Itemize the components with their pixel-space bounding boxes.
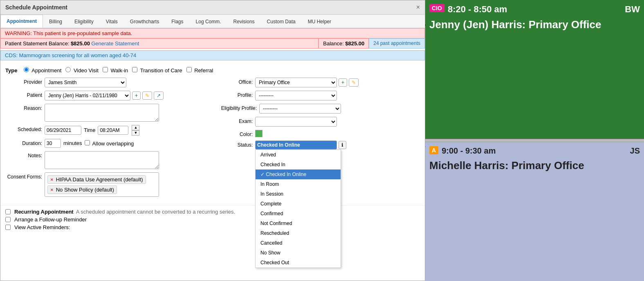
video-visit-radio-label[interactable]: Video Visit: [65, 67, 99, 74]
tab-appointment[interactable]: Appointment: [0, 15, 43, 28]
tab-eligibility[interactable]: Eligibility: [68, 15, 100, 28]
patient-warning-bar: WARNING: This patient is pre-populated s…: [0, 28, 425, 38]
time-label: Time: [84, 127, 95, 133]
walk-in-checkbox[interactable]: [103, 67, 108, 72]
right-col: Office: Primary Office + ✎ Profile:: [216, 78, 420, 200]
exam-select[interactable]: [255, 117, 337, 127]
link-patient-button[interactable]: ↗: [154, 91, 164, 100]
status-option-checkedin[interactable]: Checked In: [256, 160, 341, 169]
video-visit-radio[interactable]: [65, 67, 71, 72]
status-option-confirmed[interactable]: Confirmed: [256, 209, 341, 219]
color-label: Color:: [216, 130, 253, 137]
walk-in-checkbox-label[interactable]: Walk-in: [103, 67, 128, 74]
status-option-inroom[interactable]: In Room: [256, 179, 341, 189]
tab-billing[interactable]: Billing: [43, 15, 68, 28]
tab-flags[interactable]: Flags: [165, 15, 189, 28]
eligibility-select[interactable]: ---------: [259, 104, 341, 114]
referral-checkbox-label[interactable]: Referral: [186, 67, 213, 74]
status-option-checkedin-online[interactable]: Checked In Online: [256, 169, 341, 179]
office-label: Office:: [216, 78, 253, 85]
tab-growthcharts[interactable]: Growthcharts: [124, 15, 165, 28]
status-option-insession[interactable]: In Session: [256, 189, 341, 199]
status-option-rescheduled[interactable]: Rescheduled: [256, 228, 341, 238]
status-option-checkedout[interactable]: Checked Out: [256, 258, 341, 268]
close-button[interactable]: ×: [416, 4, 420, 11]
tab-vitals[interactable]: Vitals: [100, 15, 124, 28]
appointment-card-2[interactable]: A 9:00 - 9:30 am JS Michelle Harris: Pri…: [425, 142, 644, 281]
card-separator: [425, 139, 644, 142]
provider-select[interactable]: James Smith: [45, 78, 126, 87]
recurring-row: Recurring Appointment A scheduled appoin…: [5, 209, 420, 215]
consent-item-noshowpolicy[interactable]: × No Show Policy (default): [47, 185, 117, 194]
appt2-header: A 9:00 - 9:30 am JS: [429, 146, 640, 156]
status-option-arrived[interactable]: Arrived: [256, 150, 341, 160]
appointment-card-1[interactable]: CIO 8:20 - 8:50 am BW Jenny (Jen) Harris…: [425, 0, 644, 139]
appt1-provider: BW: [625, 4, 640, 15]
modal-title: Schedule Appointment: [5, 4, 67, 11]
edit-patient-button[interactable]: ✎: [142, 91, 152, 100]
patient-control: Jenny (Jen) Harris - 02/11/1980 + ✎ ↗: [45, 91, 209, 100]
tab-muhelper[interactable]: MU Helper: [302, 15, 337, 28]
status-option-noshow[interactable]: No Show: [256, 248, 341, 258]
scheduled-label: Scheduled:: [5, 125, 42, 132]
appt2-name: Michelle Harris: Primary Office: [429, 159, 640, 173]
tab-logcomm[interactable]: Log Comm.: [190, 15, 227, 28]
status-option-cancelled[interactable]: Cancelled: [256, 238, 341, 248]
duration-label: Duration:: [5, 139, 42, 146]
reminders-checkbox[interactable]: [5, 225, 11, 230]
followup-checkbox[interactable]: [5, 217, 11, 222]
consent-remove-noshowpolicy[interactable]: ×: [50, 187, 54, 193]
office-select[interactable]: Primary Office: [255, 78, 337, 87]
status-label: Status:: [216, 140, 253, 148]
eligibility-row: Eligibility Profile: ---------: [216, 104, 420, 114]
transition-checkbox-label[interactable]: Transition of Care: [132, 67, 182, 74]
add-office-button[interactable]: +: [339, 78, 347, 87]
consent-remove-hipaa[interactable]: ×: [50, 176, 54, 183]
status-option-notconfirmed[interactable]: Not Confirmed: [256, 219, 341, 228]
consent-item-hipaa[interactable]: × HIPAA Data Use Agreement (default): [47, 175, 146, 184]
transition-checkbox[interactable]: [132, 67, 137, 72]
tab-revisions[interactable]: Revisions: [227, 15, 261, 28]
consent-row: Consent Forms: × HIPAA Data Use Agreemen…: [5, 172, 209, 197]
time-input[interactable]: [98, 126, 128, 135]
scheduled-row: Scheduled: Time ▲ ▼: [5, 125, 209, 136]
appt2-time: 9:00 - 9:30 am: [442, 146, 630, 156]
allow-overlap-checkbox[interactable]: [85, 140, 90, 145]
duration-unit-label: minutes: [63, 140, 82, 146]
reason-control: [45, 104, 209, 122]
status-dropdown: Arrived Checked In Checked In Online In …: [255, 149, 341, 268]
appointment-radio-label[interactable]: Appointment: [24, 67, 61, 74]
cio-badge: CIO: [429, 4, 444, 12]
recurring-checkbox[interactable]: [5, 209, 11, 214]
add-patient-button[interactable]: +: [132, 91, 141, 100]
edit-office-button[interactable]: ✎: [349, 78, 359, 87]
form-area: Type Appointment Video Visit Walk-in Tra…: [0, 62, 425, 205]
status-option-complete[interactable]: Complete: [256, 199, 341, 209]
status-info-button[interactable]: ℹ: [339, 141, 346, 149]
scheduled-date-input[interactable]: [45, 126, 81, 135]
consent-box: × HIPAA Data Use Agreement (default) × N…: [45, 172, 159, 197]
reason-textarea[interactable]: [45, 104, 159, 122]
duration-input[interactable]: [45, 139, 61, 148]
notes-textarea[interactable]: [45, 151, 159, 169]
allow-overlap-label[interactable]: Allow overlapping: [85, 140, 134, 147]
profile-select[interactable]: ---------: [255, 91, 337, 100]
past-appointments-link[interactable]: 24 past appointments: [369, 38, 425, 49]
generate-statement-link[interactable]: Generate Statement: [91, 40, 139, 47]
time-down-button[interactable]: ▼: [132, 130, 139, 136]
followup-row: Arrange a Follow-up Reminder: [5, 216, 420, 223]
duration-row: Duration: minutes Allow overlapping: [5, 139, 209, 148]
patient-select[interactable]: Jenny (Jen) Harris - 02/11/1980: [45, 91, 130, 100]
appointment-radio[interactable]: [24, 67, 29, 72]
time-up-button[interactable]: ▲: [132, 125, 139, 130]
appt2-provider: JS: [630, 146, 640, 156]
color-swatch[interactable]: [255, 130, 263, 137]
status-row: Status: Arrived Checked In Checked In On…: [216, 140, 420, 149]
exam-label: Exam:: [216, 117, 253, 124]
tab-customdata[interactable]: Custom Data: [261, 15, 302, 28]
appt1-time: 8:20 - 8:50 am: [448, 4, 625, 15]
referral-checkbox[interactable]: [186, 67, 192, 72]
notes-row: Notes:: [5, 151, 209, 169]
reminders-label: View Active Reminders:: [14, 224, 70, 230]
status-input[interactable]: [255, 140, 337, 149]
